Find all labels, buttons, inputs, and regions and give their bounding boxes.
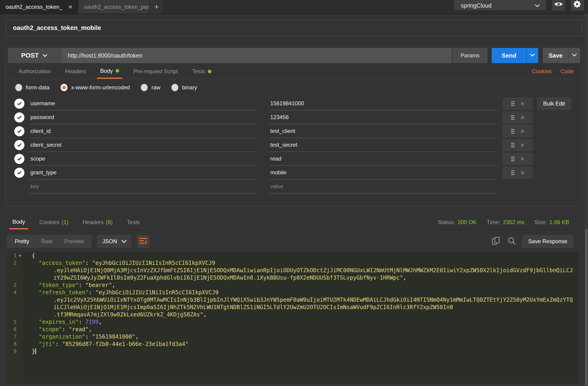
request-tab-inactive[interactable]: oauth2_access_token_passw xyxy=(78,0,149,14)
response-tab-cookies[interactable]: Cookies(1) xyxy=(36,215,72,229)
radio-icon[interactable] xyxy=(15,84,22,91)
view-mode-preview[interactable]: Preview xyxy=(58,238,90,244)
view-mode-raw[interactable]: Raw xyxy=(35,238,58,244)
tab-pre-request-script[interactable]: Pre-request Script xyxy=(130,64,181,79)
key-field[interactable]: password xyxy=(29,111,256,124)
delete-row-icon[interactable]: × xyxy=(521,100,525,107)
key-field[interactable]: grant_type xyxy=(29,166,256,180)
body-mode-raw[interactable]: raw xyxy=(141,84,160,91)
response-body-viewer[interactable]: 123456789 {"access_token": "eyJhbGciOiJI… xyxy=(7,252,579,384)
body-mode-form-data[interactable]: form-data xyxy=(15,84,50,91)
response-tab-body[interactable]: Body xyxy=(9,215,28,229)
view-mode-group: PrettyRawPreview xyxy=(7,235,92,248)
code-token: { xyxy=(32,252,35,259)
value-field[interactable]: test_client xyxy=(269,124,496,138)
vertical-scrollbar[interactable] xyxy=(585,14,588,386)
code-token: , xyxy=(99,319,102,325)
row-actions: × xyxy=(503,111,533,124)
value-field[interactable]: 123456 xyxy=(269,111,496,124)
value-field[interactable]: mobile xyxy=(269,166,496,180)
request-title: oauth2_access_token_mobile xyxy=(13,24,101,32)
key-field[interactable]: client_secret xyxy=(29,138,256,152)
method-selector[interactable]: POST xyxy=(8,48,61,63)
key-field[interactable]: username xyxy=(29,97,256,111)
environment-selector[interactable]: springCloud xyxy=(454,0,546,10)
environment-name: springCloud xyxy=(461,2,491,9)
new-tab-button[interactable]: + xyxy=(149,0,164,14)
delete-row-icon[interactable]: × xyxy=(521,155,525,162)
value-field[interactable]: value xyxy=(269,180,496,193)
row-enabled-checkbox[interactable] xyxy=(14,112,24,122)
response-tab-headers[interactable]: Headers(8) xyxy=(80,215,116,229)
line-number xyxy=(7,296,23,304)
line-number: 6 xyxy=(7,326,23,333)
bulk-edit-button[interactable]: Bulk Edit xyxy=(537,97,571,110)
tab-headers[interactable]: Headers xyxy=(62,64,89,79)
drag-handle-icon[interactable] xyxy=(511,143,514,147)
drag-handle-icon[interactable] xyxy=(511,170,514,175)
word-wrap-button[interactable] xyxy=(137,235,150,248)
row-enabled-checkbox[interactable] xyxy=(14,154,24,164)
status-value: 200 OK xyxy=(458,219,477,225)
drag-handle-icon[interactable] xyxy=(511,101,514,106)
tab-authorization[interactable]: Authorization xyxy=(15,64,54,79)
tab-tests[interactable]: Tests xyxy=(189,64,214,79)
copy-response-button[interactable] xyxy=(491,236,501,246)
send-button[interactable]: Send xyxy=(492,48,526,63)
body-mode-binary[interactable]: binary xyxy=(171,84,197,91)
tab-label: Authorization xyxy=(19,68,51,75)
row-enabled-checkbox[interactable] xyxy=(14,99,24,109)
value-field[interactable]: 15619841000 xyxy=(269,97,496,111)
settings-button[interactable] xyxy=(571,0,584,11)
params-button[interactable]: Params xyxy=(453,48,487,63)
format-selector[interactable]: JSON xyxy=(97,235,131,248)
radio-icon[interactable] xyxy=(61,84,67,91)
send-options-button[interactable] xyxy=(526,48,538,63)
radio-icon[interactable] xyxy=(171,84,178,91)
row-enabled-checkbox[interactable] xyxy=(14,140,24,150)
radio-icon[interactable] xyxy=(141,84,148,91)
code-token: .tf3MRmqavA7mjZXl9w0ZkLxed6UZkrkZ_4KDjg5… xyxy=(53,311,203,318)
key-value: client_id xyxy=(30,128,51,134)
save-response-button[interactable]: Save Response xyxy=(522,235,574,248)
line-number xyxy=(7,274,23,282)
row-enabled-checkbox[interactable] xyxy=(14,126,24,136)
drag-handle-icon[interactable] xyxy=(511,115,514,120)
search-icon xyxy=(507,236,516,246)
delete-row-icon[interactable]: × xyxy=(521,114,525,121)
delete-row-icon[interactable]: × xyxy=(521,142,525,149)
tab-body[interactable]: Body xyxy=(97,64,122,79)
drag-handle-icon[interactable] xyxy=(511,129,514,134)
code-token: : xyxy=(62,326,69,333)
fold-caret-icon[interactable] xyxy=(19,255,22,257)
code-token: zY29wZSI6WyJyZWFkIl0sIm9yZ2FuaXphdGlvbiI… xyxy=(53,275,403,281)
code-token: : xyxy=(79,319,85,325)
drag-handle-icon[interactable] xyxy=(511,157,514,161)
key-field[interactable]: key xyxy=(29,180,256,193)
key-field[interactable]: client_id xyxy=(29,124,256,138)
code-token: } xyxy=(32,348,35,355)
code-link[interactable]: Code xyxy=(561,64,574,79)
delete-row-icon[interactable]: × xyxy=(521,169,525,176)
size-label: Size: xyxy=(534,219,546,225)
request-tab-active[interactable]: oauth2_access_token_ × xyxy=(0,0,78,14)
response-tab-tests[interactable]: Tests xyxy=(124,215,143,229)
save-button[interactable]: Save xyxy=(543,48,568,63)
delete-row-icon[interactable]: × xyxy=(521,128,525,135)
cookies-link[interactable]: Cookies xyxy=(532,64,552,79)
save-options-button[interactable] xyxy=(568,48,580,63)
environment-quick-look-button[interactable] xyxy=(552,0,565,11)
body-mode-x-www-form-urlencoded[interactable]: x-www-form-urlencoded xyxy=(61,84,130,91)
search-response-button[interactable] xyxy=(507,236,516,246)
view-mode-pretty[interactable]: Pretty xyxy=(9,238,35,244)
eye-icon xyxy=(554,1,563,8)
body-mode-label: binary xyxy=(182,84,197,91)
value-field[interactable]: read xyxy=(269,152,496,166)
code-token: , xyxy=(403,275,406,281)
url-input[interactable]: http://host1:8000/oauth/token xyxy=(61,48,452,63)
scrollbar-thumb[interactable] xyxy=(585,229,588,386)
key-field[interactable]: scope xyxy=(29,152,256,166)
close-icon[interactable]: × xyxy=(68,3,73,10)
row-enabled-checkbox[interactable] xyxy=(14,168,24,178)
value-field[interactable]: test_secret xyxy=(269,138,496,152)
